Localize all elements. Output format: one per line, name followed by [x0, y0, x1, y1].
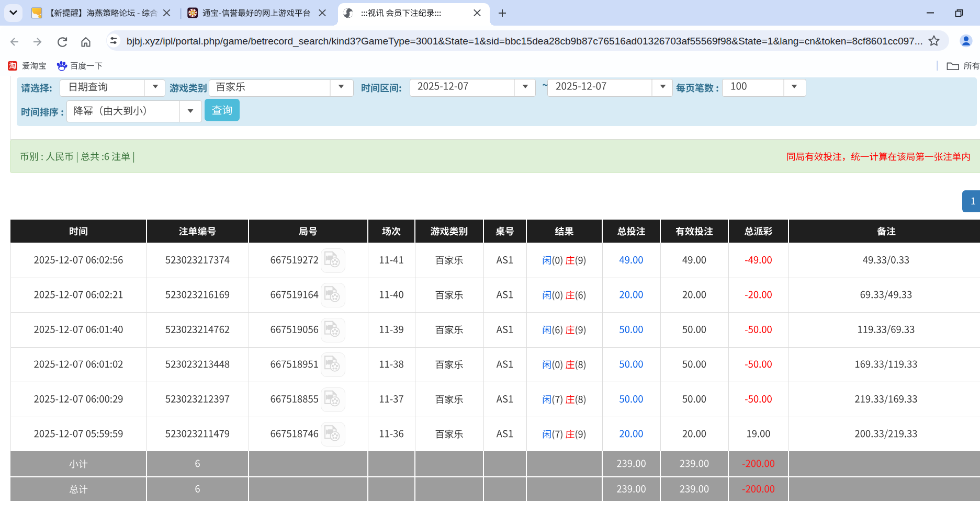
svg-text:bjbj.xyz/ipl/portal.php/game/b: bjbj.xyz/ipl/portal.php/game/betrecord_s… [127, 36, 923, 47]
